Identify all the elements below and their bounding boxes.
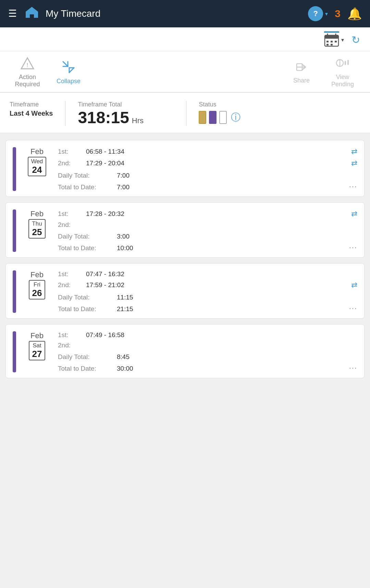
refresh-button[interactable]: ↻ [348,33,363,48]
more-button-0[interactable]: ··· [349,182,357,191]
daily-total-label-1: Daily Total: [58,233,113,240]
notification-count: 3 [335,8,341,20]
more-button-2[interactable]: ··· [349,304,357,313]
total-to-date-row-1: Total to Date: 10:00 [58,244,357,252]
entry-time-2-1: 17:59 - 21:02 [86,281,347,289]
total-to-date-row-3: Total to Date: 30:00 [58,365,357,372]
card-day-num-3: 27 [32,349,42,359]
daily-total-row-2: Daily Total: 11:15 [58,294,357,301]
entry-row-0-1: 2nd: 17:29 - 20:04 ⇄ [58,159,357,168]
more-button-3[interactable]: ··· [349,363,357,372]
entry-row-3-1: 2nd: [58,342,357,349]
svg-rect-5 [331,41,333,42]
day-card-0: Feb Wed 24 1st: 06:58 - 11:34 ⇄ 2nd: 17:… [5,140,365,197]
status-label: Status [199,101,360,108]
entry-label-1-0: 1st: [58,210,82,218]
day-card-1: Feb Thu 25 1st: 17:28 - 20:32 ⇄ 2nd: Dai… [5,202,365,258]
share-label: Share [293,77,310,84]
total-to-date-label-0: Total to Date: [58,183,113,191]
total-to-date-row-2: Total to Date: 21:15 [58,305,357,313]
entry-row-2-0: 1st: 07:47 - 16:32 [58,270,357,278]
summary-divider-1 [65,101,65,126]
card-month-1: Feb [30,209,44,218]
entry-label-1-1: 2nd: [58,221,82,229]
card-day-num-1: 25 [32,227,42,237]
status-bars: ⓘ [199,111,360,124]
action-toolbar: ! ActionRequired Collapse Share [0,51,370,93]
card-date-3: Feb Sat 27 [22,331,52,360]
page-title: My Timecard [46,8,308,19]
card-day-box-2: Fri 26 [29,280,46,299]
card-date-2: Feb Fri 26 [22,270,52,299]
total-to-date-row-0: Total to Date: 7:00 [58,183,357,191]
card-date-0: Feb Wed 24 [22,147,52,176]
header-actions: ? ▾ 3 🔔 [308,6,362,21]
more-button-1[interactable]: ··· [349,243,357,252]
card-day-box-0: Wed 24 [28,157,47,176]
total-label: Timeframe Total [78,101,174,108]
card-day-name-1: Thu [32,220,42,227]
daily-total-value-0: 7:00 [117,172,130,179]
timeframe-label: Timeframe [10,101,53,108]
daily-total-value-2: 11:15 [117,294,133,301]
help-chevron-icon: ▾ [325,11,328,17]
day-card-3: Feb Sat 27 1st: 07:49 - 16:58 2nd: Daily… [5,324,365,378]
card-day-box-3: Sat 27 [29,341,46,360]
total-unit: Hrs [132,116,144,125]
daily-total-label-2: Daily Total: [58,294,113,301]
daily-total-row-0: Daily Total: 7:00 [58,172,357,179]
status-col: Status ⓘ [199,101,360,124]
entry-label-0-1: 2nd: [58,159,82,167]
card-bar-2 [13,270,16,313]
card-entries-3: 1st: 07:49 - 16:58 2nd: Daily Total: 8:4… [58,331,357,372]
status-info-icon[interactable]: ⓘ [231,111,241,124]
entry-row-1-1: 2nd: [58,221,357,229]
collapse-button[interactable]: Collapse [48,60,89,85]
total-to-date-value-3: 30:00 [117,365,133,372]
total-to-date-label-1: Total to Date: [58,244,113,252]
daily-total-value-3: 8:45 [117,353,130,361]
daily-total-label-3: Daily Total: [58,353,113,361]
action-required-label: ActionRequired [15,74,40,88]
entry-time-0-0: 06:58 - 11:34 [86,148,347,155]
transfer-icon-2-1[interactable]: ⇄ [351,281,357,290]
total-to-date-label-3: Total to Date: [58,365,113,372]
daily-total-value-1: 3:00 [117,233,130,240]
total-to-date-value-2: 21:15 [117,305,133,313]
card-entries-0: 1st: 06:58 - 11:34 ⇄ 2nd: 17:29 - 20:04 … [58,147,357,191]
transfer-icon-1-0[interactable]: ⇄ [351,209,357,218]
bell-icon[interactable]: 🔔 [347,7,362,21]
entry-time-0-1: 17:29 - 20:04 [86,159,347,167]
status-bar-empty [219,111,227,124]
total-to-date-value-0: 7:00 [117,183,130,191]
transfer-icon-0-0[interactable]: ⇄ [351,147,357,156]
share-button[interactable]: Share [281,61,322,84]
home-icon[interactable] [25,6,39,22]
card-month-0: Feb [30,147,44,156]
svg-point-18 [339,62,341,64]
entry-time-1-0: 17:28 - 20:32 [86,210,347,218]
daily-total-row-3: Daily Total: 8:45 [58,353,357,361]
calendar-icon [324,33,339,47]
share-icon [295,61,308,75]
view-pending-button[interactable]: ViewPending [322,57,363,88]
svg-rect-8 [331,44,333,46]
view-pending-label: ViewPending [331,74,354,88]
entry-label-2-0: 1st: [58,270,82,278]
calendar-button[interactable]: ▾ [324,31,344,48]
svg-rect-22 [347,60,349,65]
svg-line-13 [69,68,74,73]
svg-rect-1 [325,35,338,39]
menu-icon[interactable]: ☰ [8,9,17,18]
transfer-icon-0-1[interactable]: ⇄ [351,159,357,168]
help-button[interactable]: ? [308,6,323,21]
card-day-num-2: 26 [32,288,42,298]
day-cards-container: Feb Wed 24 1st: 06:58 - 11:34 ⇄ 2nd: 17:… [0,133,370,385]
card-month-2: Feb [30,270,44,279]
card-bar-0 [13,147,16,191]
total-col: Timeframe Total 318:15 Hrs [78,101,174,126]
action-required-button[interactable]: ! ActionRequired [7,57,48,88]
summary-section: Timeframe Last 4 Weeks Timeframe Total 3… [0,93,370,133]
view-pending-icon [335,57,350,72]
card-day-name-0: Wed [31,158,43,165]
